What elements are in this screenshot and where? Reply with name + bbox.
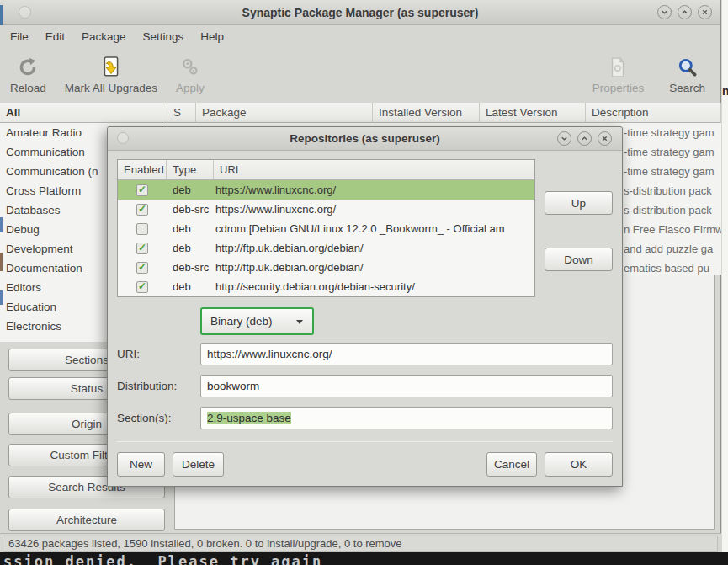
edge-sliver <box>0 290 3 305</box>
toolbar: Reload Mark All Upgrades <box>0 48 720 102</box>
delete-button[interactable]: Delete <box>173 452 224 477</box>
maximize-button[interactable] <box>678 5 692 19</box>
column-header-latest-version[interactable]: Latest Version <box>480 103 586 123</box>
enabled-checkbox[interactable] <box>136 204 148 216</box>
menu-package[interactable]: Package <box>73 26 135 48</box>
enabled-checkbox[interactable] <box>136 281 148 293</box>
screen: n Synaptic Package Manager (as superuser… <box>0 0 728 565</box>
sections-field[interactable]: 2.9-uspace base <box>200 407 613 429</box>
package-list-visible-fragments: -time strategy gam -time strategy gam -t… <box>624 123 721 275</box>
status-text: 63426 packages listed, 1590 installed, 0… <box>3 536 718 552</box>
repo-row[interactable]: deb-src https://www.linuxcnc.org/ <box>118 200 534 219</box>
repo-enabled-cell <box>118 184 167 196</box>
minimize-button[interactable] <box>657 5 672 19</box>
repo-uri: https://www.linuxcnc.org/ <box>214 184 534 196</box>
search-icon <box>677 56 699 78</box>
package-row-description-fragment[interactable]: s-distribution pack <box>624 181 721 200</box>
column-header-status[interactable]: S <box>167 103 196 123</box>
menubar: File Edit Package Settings Help <box>0 26 720 48</box>
move-down-button[interactable]: Down <box>545 248 613 271</box>
properties-button[interactable]: Properties <box>587 54 650 96</box>
repositories-dialog: Repositories (as superuser) Enabled Type… <box>107 126 623 487</box>
main-window-title: Synaptic Package Manager (as superuser) <box>0 0 720 25</box>
repo-uri: https://www.linuxcnc.org/ <box>214 203 534 216</box>
package-row-description-fragment[interactable]: s-distribution pack <box>624 200 721 220</box>
terminal-text-fragment: ssion denied. Please try again <box>3 553 322 565</box>
dialog-title: Repositories (as superuser) <box>108 127 622 151</box>
reload-button[interactable]: Reload <box>5 54 51 96</box>
repo-table-header: Enabled Type URI <box>118 160 534 180</box>
type-dropdown[interactable]: Binary (deb) <box>200 307 314 335</box>
edge-sliver <box>0 217 3 232</box>
dialog-close-button[interactable] <box>598 131 612 146</box>
repo-row[interactable]: deb-src http://ftp.uk.debian.org/debian/ <box>118 258 534 277</box>
search-button[interactable]: Search <box>664 54 710 96</box>
new-button[interactable]: New <box>117 452 165 477</box>
sidebar-header-all[interactable]: All <box>0 103 167 123</box>
package-row-description-fragment[interactable]: -time strategy gam <box>624 162 721 181</box>
repo-row[interactable]: deb http://security.debian.org/debian-se… <box>118 277 534 296</box>
main-window-controls <box>657 5 712 19</box>
repo-enabled-cell <box>118 223 167 235</box>
enabled-checkbox[interactable] <box>136 223 148 235</box>
repo-column-enabled[interactable]: Enabled <box>118 160 167 180</box>
uri-field[interactable] <box>200 343 613 365</box>
properties-document-icon <box>608 56 627 78</box>
menu-edit[interactable]: Edit <box>37 26 73 48</box>
column-header-installed-version[interactable]: Installed Version <box>373 103 480 123</box>
background-window-sliver: n <box>722 0 728 552</box>
edge-sliver <box>0 5 3 25</box>
package-row-description-fragment[interactable]: -time strategy gam <box>624 123 721 142</box>
enabled-checkbox[interactable] <box>136 184 148 196</box>
column-header-package[interactable]: Package <box>196 103 373 123</box>
repo-column-uri[interactable]: URI <box>214 160 534 180</box>
repo-enabled-cell <box>118 243 167 254</box>
menu-settings[interactable]: Settings <box>135 26 193 48</box>
package-row-description-fragment[interactable]: ematics based pu <box>624 259 721 275</box>
repo-enabled-cell <box>118 204 167 216</box>
repo-column-type[interactable]: Type <box>167 160 214 180</box>
dialog-minimize-button[interactable] <box>557 131 571 146</box>
reload-icon <box>17 56 39 78</box>
package-row-description-fragment[interactable]: -time strategy gam <box>624 142 721 162</box>
ok-button[interactable]: OK <box>545 452 613 477</box>
repo-uri: http://security.debian.org/debian-securi… <box>214 280 534 293</box>
sections-label: Section(s): <box>117 412 172 424</box>
repo-row[interactable]: deb https://www.linuxcnc.org/ <box>118 180 534 200</box>
toolbar-right-group: Properties Search <box>587 54 710 96</box>
column-header-description[interactable]: Description <box>586 103 721 123</box>
dialog-window-controls <box>557 131 612 146</box>
repo-row[interactable]: deb cdrom:[Debian GNU/Linux 12.2.0 _Book… <box>118 219 534 238</box>
table-header-row: All S Package Installed Version Latest V… <box>0 103 721 123</box>
uri-label: URI: <box>117 348 140 360</box>
dialog-maximize-button[interactable] <box>577 131 592 146</box>
main-titlebar[interactable]: Synaptic Package Manager (as superuser) <box>0 0 720 25</box>
repo-uri: http://ftp.uk.debian.org/debian/ <box>214 242 534 254</box>
enabled-checkbox[interactable] <box>136 243 148 254</box>
package-row-description-fragment[interactable]: n Free Fiasco Firmw <box>624 220 721 239</box>
enabled-checkbox[interactable] <box>136 262 148 274</box>
mark-all-upgrades-button[interactable]: Mark All Upgrades <box>60 54 162 96</box>
dialog-titlebar[interactable]: Repositories (as superuser) <box>108 127 622 151</box>
menu-file[interactable]: File <box>2 26 37 48</box>
mark-all-upgrades-icon <box>101 56 121 78</box>
distribution-field[interactable] <box>200 375 613 397</box>
move-up-button[interactable]: Up <box>545 191 613 215</box>
chevron-down-icon <box>295 318 304 325</box>
package-row-description-fragment[interactable]: and add puzzle ga <box>624 239 721 259</box>
statusbar: 63426 packages listed, 1590 installed, 0… <box>0 533 721 552</box>
sidebar-button-architecture[interactable]: Architecture <box>8 509 165 531</box>
repo-type: deb-src <box>167 203 214 216</box>
repo-type: deb-src <box>167 261 214 274</box>
background-window-text-fragment: n <box>722 84 728 98</box>
apply-gears-icon <box>179 56 201 78</box>
repo-row[interactable]: deb http://ftp.uk.debian.org/debian/ <box>118 238 534 258</box>
cancel-button[interactable]: Cancel <box>486 452 537 477</box>
menu-help[interactable]: Help <box>192 26 232 48</box>
apply-button[interactable]: Apply <box>171 54 210 96</box>
repo-row-partial <box>118 296 534 297</box>
toolbar-left-group: Reload Mark All Upgrades <box>5 54 210 96</box>
terminal-window-strip[interactable]: ssion denied. Please try again <box>0 552 728 565</box>
close-button[interactable] <box>698 5 712 19</box>
repo-type: deb <box>167 280 214 293</box>
